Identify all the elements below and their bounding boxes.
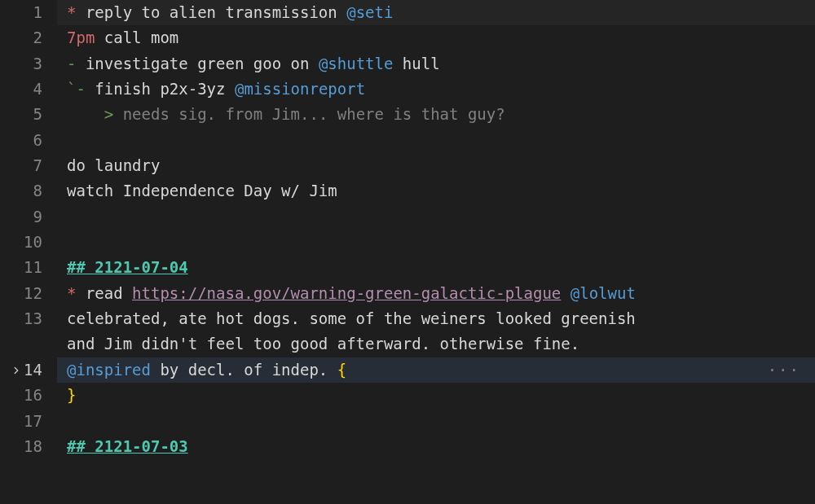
token: by decl. of indep. <box>151 361 337 379</box>
line-number: 17 <box>0 409 42 434</box>
token: needs sig. from Jim... where is that guy… <box>113 105 504 123</box>
editor[interactable]: 1234567891011121314161718 * reply to ali… <box>0 0 815 504</box>
token: call mom <box>95 28 178 46</box>
token: reply to alien transmission <box>76 3 346 21</box>
code-line[interactable] <box>57 204 815 230</box>
token: @inspired <box>67 361 151 379</box>
line-number: 14 <box>0 357 42 383</box>
line-number: 4 <box>0 77 42 102</box>
token: @lolwut <box>570 284 636 302</box>
token: @missionreport <box>235 80 365 98</box>
line-number: 8 <box>0 178 42 204</box>
line-number: 1 <box>0 0 42 25</box>
token: - <box>67 55 76 72</box>
fold-ellipsis-icon[interactable]: ··· <box>768 357 800 383</box>
token: ## 2121-07-04 <box>67 258 188 276</box>
code-line[interactable]: * reply to alien transmission @seti <box>57 0 815 25</box>
token: celebrated, ate hot dogs. some of the we… <box>67 309 645 327</box>
line-number: 2 <box>0 25 42 50</box>
code-line[interactable]: - investigate green goo on @shuttle hull <box>57 51 815 77</box>
code-line[interactable]: do laundry <box>57 153 815 178</box>
code-line[interactable]: @inspired by decl. of indep. {··· <box>57 357 815 383</box>
token: read <box>76 284 132 302</box>
line-number: 13 <box>0 306 42 331</box>
line-number: 5 <box>0 102 42 127</box>
gutter: 1234567891011121314161718 <box>0 0 57 504</box>
token: } <box>67 386 76 404</box>
code-line[interactable]: * read https://nasa.gov/warning-green-ga… <box>57 281 815 306</box>
line-number: 10 <box>0 230 42 255</box>
token: @shuttle <box>319 55 394 72</box>
line-number: 12 <box>0 281 42 306</box>
line-number: 3 <box>0 51 42 77</box>
line-number: 16 <box>0 383 42 408</box>
token: { <box>337 361 346 379</box>
token: ` <box>67 80 76 98</box>
code-line[interactable]: > needs sig. from Jim... where is that g… <box>57 102 815 127</box>
code-area[interactable]: * reply to alien transmission @seti7pm c… <box>57 0 815 504</box>
token: watch Independence Day w/ Jim <box>67 182 337 199</box>
token: investigate green goo on <box>76 55 318 72</box>
token: and Jim didn't feel too good afterward. … <box>67 335 579 353</box>
code-line[interactable]: celebrated, ate hot dogs. some of the we… <box>57 306 815 331</box>
code-line[interactable]: } <box>57 383 815 408</box>
token: @seti <box>346 3 393 21</box>
token: 7pm <box>67 28 95 46</box>
line-number: 7 <box>0 153 42 178</box>
line-number: 11 <box>0 255 42 280</box>
token <box>67 105 104 123</box>
token: * <box>67 284 76 302</box>
code-line[interactable]: ## 2121-07-04 <box>57 255 815 280</box>
token: hull <box>393 55 439 72</box>
code-line[interactable] <box>57 409 815 434</box>
token: - <box>76 80 85 98</box>
code-line-wrap[interactable]: and Jim didn't feel too good afterward. … <box>57 331 815 357</box>
code-line[interactable] <box>57 230 815 255</box>
line-number: 9 <box>0 204 42 230</box>
token: ## 2121-07-03 <box>67 437 188 455</box>
code-line[interactable]: ## 2121-07-03 <box>57 434 815 459</box>
line-number: 6 <box>0 128 42 153</box>
code-line[interactable]: `- finish p2x-3yz @missionreport <box>57 77 815 102</box>
token: finish p2x-3yz <box>86 80 235 98</box>
token: do laundry <box>67 156 160 174</box>
line-number: 18 <box>0 434 42 459</box>
code-line[interactable]: 7pm call mom <box>57 25 815 50</box>
line-number <box>0 331 42 357</box>
token: > <box>104 105 113 123</box>
code-line[interactable]: watch Independence Day w/ Jim <box>57 178 815 204</box>
chevron-right-icon[interactable] <box>11 358 22 383</box>
token <box>561 284 570 302</box>
token: * <box>67 3 76 21</box>
token: https://nasa.gov/warning-green-galactic-… <box>132 284 561 302</box>
code-line[interactable] <box>57 128 815 153</box>
